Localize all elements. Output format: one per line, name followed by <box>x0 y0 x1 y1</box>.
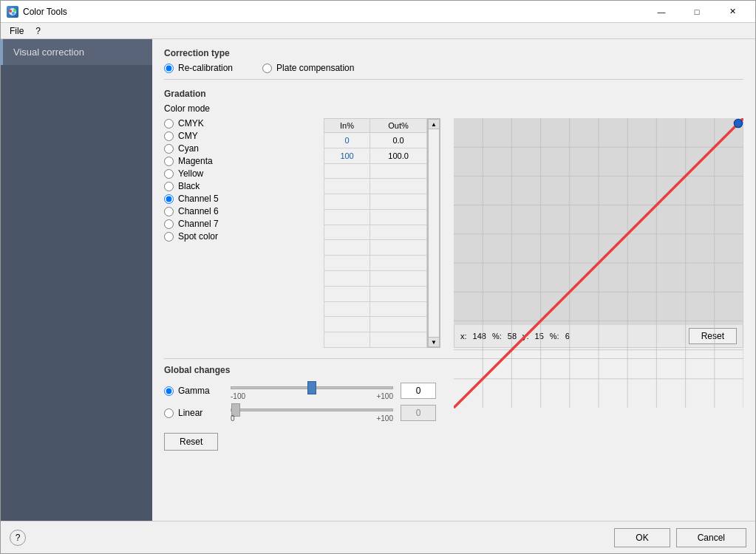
table-with-scroll: In% Out% 00.0100100.0 ▲ ▼ <box>324 118 442 348</box>
chart-area: x: 148 %: 58 y: 15 %: 6 Reset <box>454 118 743 348</box>
plate-compensation-radio[interactable] <box>262 64 272 73</box>
cmy-label[interactable]: CMY <box>178 131 198 141</box>
channel5-label[interactable]: Channel 5 <box>178 194 219 204</box>
linear-radio-group: Linear <box>164 408 223 418</box>
table-header-in: In% <box>324 119 370 133</box>
sidebar-item-visual-correction[interactable]: Visual correction <box>1 39 152 65</box>
svg-point-3 <box>13 9 16 12</box>
color-mode-yellow: Yellow <box>164 168 312 179</box>
main-window: Color Tools — □ ✕ File ? Visual correcti… <box>0 0 756 554</box>
window-controls: — □ ✕ <box>644 1 749 23</box>
table-scrollbar[interactable]: ▲ ▼ <box>427 118 440 348</box>
yellow-label[interactable]: Yellow <box>178 168 203 179</box>
gamma-slider-container: -100 +100 <box>231 381 393 400</box>
cyan-label[interactable]: Cyan <box>178 143 199 154</box>
linear-max-label: +100 <box>376 414 393 423</box>
spot-color-radio[interactable] <box>164 232 174 242</box>
linear-min-label: 0 <box>231 414 235 423</box>
footer-right: OK Cancel <box>614 528 746 547</box>
gamma-max-label: +100 <box>376 392 393 400</box>
color-mode-magenta: Magenta <box>164 156 312 166</box>
cyan-radio[interactable] <box>164 144 174 154</box>
curve-table: In% Out% 00.0100100.0 <box>324 118 427 348</box>
sidebar: Visual correction <box>1 39 152 521</box>
gradation-label: Gradation <box>164 89 743 99</box>
linear-radio[interactable] <box>164 408 174 418</box>
plate-comp-radio-group: Plate compensation <box>262 63 354 73</box>
minimize-button[interactable]: — <box>644 1 678 23</box>
spot-color-label[interactable]: Spot color <box>178 231 218 242</box>
title-bar: Color Tools — □ ✕ <box>1 1 755 23</box>
maximize-button[interactable]: □ <box>680 1 714 23</box>
black-label[interactable]: Black <box>178 181 200 191</box>
recalibration-label[interactable]: Re-calibration <box>178 63 233 73</box>
color-mode-channel6: Channel 6 <box>164 206 312 216</box>
color-mode-channel5: Channel 5 <box>164 194 312 204</box>
linear-value-input[interactable] <box>401 405 436 421</box>
gamma-label[interactable]: Gamma <box>178 386 222 396</box>
color-mode-cyan: Cyan <box>164 143 312 154</box>
window-body: Visual correction Correction type Re-cal… <box>1 39 755 521</box>
channel7-label[interactable]: Channel 7 <box>178 219 219 229</box>
table-header-out: Out% <box>370 119 427 133</box>
gamma-min-label: -100 <box>231 392 245 400</box>
menu-help[interactable]: ? <box>30 24 47 38</box>
chart-svg <box>454 118 743 418</box>
color-mode-black: Black <box>164 181 312 191</box>
plate-compensation-label[interactable]: Plate compensation <box>276 63 354 73</box>
help-button[interactable]: ? <box>10 530 26 546</box>
svg-point-24 <box>734 119 742 127</box>
color-mode-cmyk: CMYK <box>164 118 312 129</box>
linear-label[interactable]: Linear <box>178 408 222 418</box>
color-mode-channel7: Channel 7 <box>164 219 312 229</box>
table-section: In% Out% 00.0100100.0 ▲ ▼ <box>324 118 442 348</box>
chart-container[interactable] <box>454 118 743 325</box>
footer-left: ? <box>10 530 26 546</box>
svg-point-1 <box>9 10 12 13</box>
color-mode-label: Color mode <box>164 103 743 114</box>
channel6-radio[interactable] <box>164 207 174 216</box>
scroll-track <box>428 129 440 337</box>
scroll-up-arrow[interactable]: ▲ <box>428 119 440 129</box>
color-mode-cmy: CMY <box>164 131 312 141</box>
cmyk-label[interactable]: CMYK <box>178 118 204 129</box>
gamma-slider[interactable] <box>231 386 393 389</box>
menu-bar: File ? <box>1 23 755 39</box>
reset-bottom-button[interactable]: Reset <box>164 433 218 451</box>
correction-type-label: Correction type <box>164 48 743 58</box>
recalibration-radio-group: Re-calibration <box>164 63 233 73</box>
app-icon <box>7 6 18 18</box>
black-radio[interactable] <box>164 182 174 191</box>
yellow-radio[interactable] <box>164 169 174 179</box>
gamma-radio-group: Gamma <box>164 386 223 396</box>
linear-slider[interactable] <box>231 408 393 411</box>
recalibration-radio[interactable] <box>164 64 174 73</box>
scroll-down-arrow[interactable]: ▼ <box>428 337 440 347</box>
linear-slider-container: 0 +100 <box>231 403 393 423</box>
cmyk-radio[interactable] <box>164 119 174 129</box>
window-title: Color Tools <box>23 7 644 17</box>
ok-button[interactable]: OK <box>614 528 670 547</box>
cancel-button[interactable]: Cancel <box>676 528 746 547</box>
magenta-radio[interactable] <box>164 157 174 166</box>
channel6-label[interactable]: Channel 6 <box>178 206 219 216</box>
cmy-radio[interactable] <box>164 131 174 141</box>
color-mode-list: CMYK CMY Cyan Magenta <box>164 118 312 242</box>
gamma-value-input[interactable] <box>401 383 436 399</box>
color-mode-panel: CMYK CMY Cyan Magenta <box>164 118 312 348</box>
window-footer: ? OK Cancel <box>1 521 755 553</box>
channel5-radio[interactable] <box>164 194 174 204</box>
color-mode-spot: Spot color <box>164 231 312 242</box>
channel7-radio[interactable] <box>164 219 174 229</box>
close-button[interactable]: ✕ <box>715 1 749 23</box>
gradation-section: CMYK CMY Cyan Magenta <box>164 118 743 348</box>
main-content: Correction type Re-calibration Plate com… <box>152 39 755 521</box>
svg-point-2 <box>12 12 15 15</box>
menu-file[interactable]: File <box>4 24 30 38</box>
magenta-label[interactable]: Magenta <box>178 156 213 166</box>
gamma-radio[interactable] <box>164 386 174 396</box>
correction-type-row: Re-calibration Plate compensation <box>164 63 743 80</box>
